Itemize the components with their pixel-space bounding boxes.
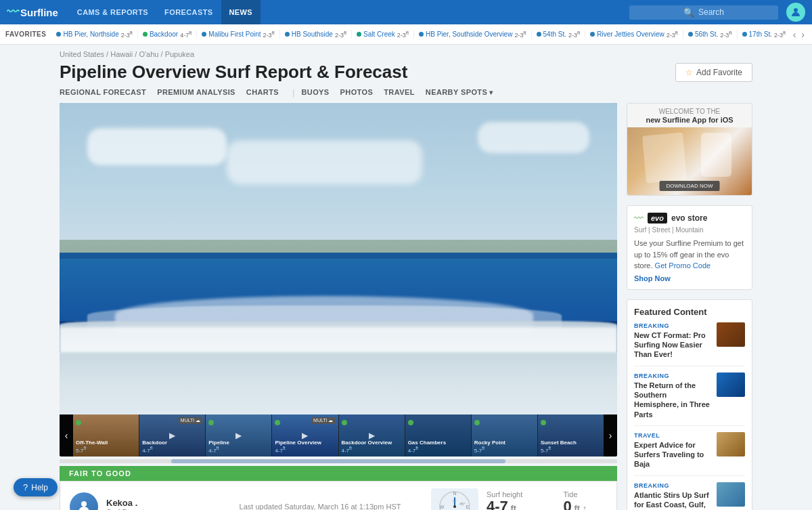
thumb-item-sunset-beach[interactable]: Sunset Beach 5-7ft — [538, 415, 604, 456]
fav-item[interactable]: HB Southside 2-3ft — [280, 30, 352, 39]
forecaster-avatar — [70, 492, 98, 510]
fav-dot — [419, 32, 424, 37]
thumb-item-gas-chambers[interactable]: Gas Chambers 4-7ft — [405, 415, 472, 456]
featured-headline: Atlantic Stirs Up Surf for East Coast, G… — [634, 490, 712, 510]
thumb-item-pipeline-overview[interactable]: MULTI ☁ ▶ Pipeline Overview 4-7ft — [272, 415, 338, 456]
fav-dot — [357, 32, 361, 37]
ad-download-button[interactable]: DOWNLOAD NOW — [660, 181, 720, 191]
thumb-item-pipeline[interactable]: ▶ Pipeline 4-7ft — [206, 415, 272, 456]
fav-dot — [202, 32, 206, 37]
evo-store-name: evo store — [671, 213, 707, 223]
fav-dot — [688, 32, 693, 37]
fav-item[interactable]: 54th St. 2-3ft — [532, 30, 586, 39]
fav-item[interactable]: River Jetties Overview 2-3ft — [585, 30, 683, 39]
help-button[interactable]: ? Help — [14, 478, 58, 496]
nav-forecasts[interactable]: FORECASTS — [156, 0, 221, 24]
featured-item[interactable]: TRAVEL Expert Advice for Surfers Traveli… — [634, 432, 745, 476]
breadcrumb-region[interactable]: O'ahu — [139, 50, 158, 58]
avatar-icon — [76, 498, 92, 510]
fav-name: Malibu First Point — [208, 30, 261, 38]
help-icon: ? — [23, 482, 28, 492]
fav-dot — [56, 32, 61, 37]
ad-image: DOWNLOAD NOW — [627, 127, 752, 195]
help-label: Help — [31, 483, 48, 492]
fav-dot — [742, 32, 747, 37]
fav-item[interactable]: Backdoor 4-7ft — [138, 30, 197, 39]
sub-nav-premium-analysis[interactable]: PREMIUM ANALYSIS — [157, 87, 242, 98]
sub-nav-buoys[interactable]: BUOYS — [297, 87, 336, 98]
featured-headline: The Return of the Southern Hemisphere, i… — [634, 381, 712, 419]
svg-text:N: N — [453, 491, 456, 496]
fav-item[interactable]: Malibu First Point 2-3ft — [197, 30, 279, 39]
sub-nav: REGIONAL FORECAST PREMIUM ANALYSIS CHART… — [0, 87, 812, 103]
sub-nav-travel[interactable]: TRAVEL — [384, 87, 422, 98]
logo-wave-icon: 〰 — [7, 5, 19, 20]
fav-item[interactable]: 17th St. 2-3ft — [738, 30, 788, 39]
fav-range: 2-3ft — [335, 30, 346, 39]
sub-nav-charts[interactable]: CHARTS — [246, 87, 286, 98]
thumb-wave-range: 4-7ft — [208, 446, 269, 454]
user-avatar[interactable] — [786, 3, 805, 22]
thumb-wave-range: 4-7ft — [408, 446, 468, 454]
svg-text:0°: 0° — [453, 499, 457, 503]
featured-thumbnail — [717, 322, 745, 347]
sub-nav-regional-forecast[interactable]: REGIONAL FORECAST — [60, 87, 153, 98]
sub-nav-photos[interactable]: PHOTOS — [340, 87, 380, 98]
thumb-item-backdoor[interactable]: MULTI ☁ ▶ Backdoor 4-7ft — [139, 415, 206, 456]
thumb-name: Backdoor Overview — [342, 440, 402, 446]
fav-item[interactable]: Salt Creek 2-3ft — [352, 30, 414, 39]
chevron-down-icon: ▾ — [489, 89, 493, 96]
add-favorite-button[interactable]: ☆ Add Favorite — [675, 63, 752, 82]
sub-nav-nearby-spots[interactable]: NEARBY SPOTS ▾ — [426, 88, 493, 96]
scroll-indicator — [60, 459, 617, 463]
featured-text: BREAKING New CT Format: Pro Surfing Now … — [634, 322, 712, 360]
fav-name: River Jetties Overview — [597, 30, 664, 38]
featured-thumbnail — [717, 482, 745, 507]
evo-promo-link[interactable]: Get Promo Code — [655, 261, 711, 270]
thumb-item-rocky-point[interactable]: Rocky Point 5-7ft — [472, 415, 538, 456]
breadcrumb-state[interactable]: Hawaii — [110, 50, 133, 58]
fav-range: 2-3ft — [514, 30, 526, 39]
fav-prev-arrow[interactable]: ‹ — [791, 29, 798, 40]
thumb-item-backdoor-overview[interactable]: ▶ Backdoor Overview 4-7ft — [339, 415, 405, 456]
featured-thumbnail — [717, 373, 745, 397]
right-sidebar: WELCOME TO THE new Surfline App for iOS … — [627, 103, 752, 510]
featured-thumbnail — [717, 432, 745, 456]
search-bar[interactable]: 🔍 Search — [629, 5, 778, 20]
fav-range: 2-3ft — [667, 30, 678, 39]
nav-news[interactable]: NEWS — [221, 0, 261, 24]
app-ad-box[interactable]: WELCOME TO THE new Surfline App for iOS … — [627, 103, 752, 196]
forecaster-title: Surf Reporter — [106, 508, 209, 511]
thumb-next-button[interactable]: › — [604, 415, 617, 456]
featured-headline: Expert Advice for Surfers Traveling to B… — [634, 440, 712, 469]
fav-range: 2-3ft — [720, 30, 731, 39]
breadcrumb-country[interactable]: United States — [60, 50, 104, 58]
thumb-name: Sunset Beach — [541, 440, 601, 446]
featured-tag: BREAKING — [634, 373, 712, 379]
thumb-item-off-the-wall[interactable]: Off-The-Wall 5-7ft — [73, 415, 139, 456]
forecast-strip: Kekoa . Surf Reporter Last updated Satur… — [60, 481, 617, 510]
svg-text:E: E — [466, 505, 470, 509]
featured-item[interactable]: BREAKING Atlantic Stirs Up Surf for East… — [634, 482, 745, 510]
fav-item[interactable]: HB Pier, Northside 2-3ft — [51, 30, 137, 39]
featured-item[interactable]: BREAKING The Return of the Southern Hemi… — [634, 373, 745, 426]
breadcrumb-local[interactable]: Pupukea — [165, 50, 194, 58]
featured-item[interactable]: BREAKING New CT Format: Pro Surfing Now … — [634, 322, 745, 366]
evo-shop-link[interactable]: Shop Now — [634, 274, 745, 282]
logo[interactable]: 〰 Surfline — [7, 5, 58, 20]
fav-item[interactable]: 56th St. 2-3ft — [683, 30, 738, 39]
sub-nav-divider: | — [292, 87, 294, 98]
fav-next-arrow[interactable]: › — [799, 29, 807, 40]
featured-tag: TRAVEL — [634, 432, 712, 439]
featured-tag: BREAKING — [634, 322, 712, 329]
thumb-wave-range: 4-7ft — [342, 446, 402, 454]
user-icon — [790, 7, 801, 18]
thumb-prev-button[interactable]: ‹ — [60, 415, 73, 456]
thumb-name: Pipeline — [208, 440, 269, 446]
surf-height-stat: Surf height 4-7 ft Shoulder high to 1 ft — [487, 490, 547, 510]
fav-name: Salt Creek — [363, 30, 395, 38]
featured-tag: BREAKING — [634, 482, 712, 489]
fav-item[interactable]: HB Pier, Southside Overview 2-3ft — [414, 30, 532, 39]
thumb-wave-range: 4-7ft — [275, 446, 335, 454]
nav-cams-reports[interactable]: CAMS & REPORTS — [69, 0, 156, 24]
